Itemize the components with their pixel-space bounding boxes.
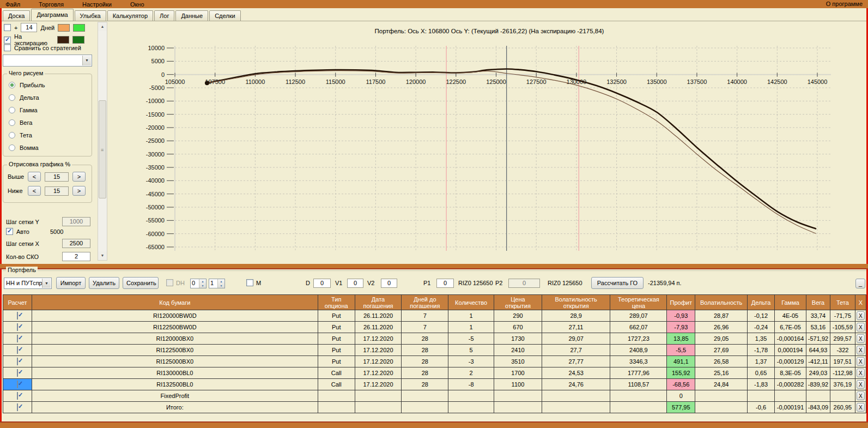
cell-theo[interactable]: 3346,3	[610, 356, 667, 367]
cell-expiry[interactable]: 17.12.2020	[355, 333, 402, 345]
cell-type[interactable]	[318, 402, 355, 413]
cell-qty[interactable]	[448, 390, 494, 402]
cell-type[interactable]: Call	[318, 379, 355, 390]
d-input[interactable]: 0	[313, 279, 331, 288]
cell-vega[interactable]: -839,92	[806, 379, 830, 390]
v1-input[interactable]: 0	[347, 279, 363, 288]
cell-vol[interactable]: 24,84	[695, 379, 748, 390]
days-checkbox[interactable]	[4, 24, 11, 31]
cell-open_vol[interactable]	[542, 402, 610, 413]
cell-open_vol[interactable]: 24,53	[542, 367, 610, 379]
column-header[interactable]: Дата погашения	[355, 295, 402, 310]
cell-vega[interactable]: -571,92	[806, 333, 830, 345]
radio-option-дельта[interactable]: Дельта	[9, 94, 39, 101]
cell-expiry[interactable]: 26.11.2020	[355, 310, 402, 322]
cell-days[interactable]: 28	[402, 379, 448, 390]
cell-code[interactable]: RI132500BL0	[32, 379, 318, 390]
cell-open_vol[interactable]	[542, 390, 610, 402]
radio-icon[interactable]	[9, 107, 15, 113]
tab-доска[interactable]: Доска	[3, 10, 30, 21]
column-header[interactable]: Теоретическая цена	[610, 295, 667, 310]
cell-delta[interactable]: -1,78	[748, 345, 775, 356]
cell-vega[interactable]: 644,93	[806, 345, 830, 356]
cell-calc[interactable]	[3, 333, 32, 345]
cell-expiry[interactable]: 17.12.2020	[355, 379, 402, 390]
minimize-panel-button[interactable]: _	[855, 279, 865, 288]
cell-gamma[interactable]: -0,000191	[775, 402, 806, 413]
cell-days[interactable]: 7	[402, 310, 448, 322]
cell-vol[interactable]: 26,58	[695, 356, 748, 367]
cell-expiry[interactable]	[355, 402, 402, 413]
remove-row-button[interactable]: X	[857, 311, 865, 320]
cell-delta[interactable]: 0,65	[748, 367, 775, 379]
column-header[interactable]: Тип опциона	[318, 295, 355, 310]
cell-open_vol[interactable]: 28,9	[542, 310, 610, 322]
cell-open_price[interactable]	[494, 402, 542, 413]
cell-code[interactable]: FixedProfit	[32, 390, 318, 402]
tab-diagram[interactable]: Диаграмма	[31, 9, 73, 21]
cell-code[interactable]: RI122500BX0	[32, 345, 318, 356]
cell-gamma[interactable]: -0,000282	[775, 379, 806, 390]
cell-profit[interactable]: 577,95	[667, 402, 695, 413]
cell-calc[interactable]	[3, 379, 32, 390]
cell-theta[interactable]: 260,95	[830, 402, 855, 413]
cell-code[interactable]: RI120000BX0	[32, 333, 318, 345]
cell-open_vol[interactable]: 29,07	[542, 333, 610, 345]
menu-window[interactable]: Окно	[130, 1, 144, 8]
column-header[interactable]: Дней до погашения	[402, 295, 448, 310]
cell-days[interactable]: 28	[402, 367, 448, 379]
cell-vega[interactable]: 249,03	[806, 367, 830, 379]
cell-gamma[interactable]: -0,000164	[775, 333, 806, 345]
cell-code[interactable]: RI125000BX0	[32, 356, 318, 367]
row-calc-checkbox[interactable]	[17, 346, 18, 354]
cell-vol[interactable]: 27,69	[695, 345, 748, 356]
below-decrease-button[interactable]: <	[28, 186, 41, 196]
row-calc-checkbox[interactable]	[17, 323, 18, 331]
cell-profit[interactable]: 13,85	[667, 333, 695, 345]
cell-expiry[interactable]	[355, 390, 402, 402]
cell-open_price[interactable]: 290	[494, 310, 542, 322]
menu-settings[interactable]: Настройки	[82, 1, 112, 8]
cell-open_price[interactable]: 2410	[494, 345, 542, 356]
cell-calc[interactable]	[3, 367, 32, 379]
cko-count-input[interactable]: 2	[62, 252, 90, 261]
below-increase-button[interactable]: >	[72, 186, 86, 196]
cell-gamma[interactable]: 0,000194	[775, 345, 806, 356]
menu-about[interactable]: О программе	[826, 1, 863, 7]
remove-row-button[interactable]: X	[857, 380, 865, 389]
column-header[interactable]: Профит	[667, 295, 695, 310]
v2-input[interactable]: 0	[381, 279, 397, 288]
calculate-go-button[interactable]: Рассчитать ГО	[591, 277, 644, 289]
tab-улыбка[interactable]: Улыбка	[75, 10, 106, 21]
cell-theta[interactable]: -322	[830, 345, 855, 356]
portfolio-preset-select[interactable]: НН и ПУТспр ▼	[4, 278, 52, 289]
column-header[interactable]: Расчет	[3, 295, 32, 310]
cell-open_vol[interactable]: 27,7	[542, 345, 610, 356]
chevron-down-icon[interactable]: ▼	[82, 56, 91, 65]
grid-step-y-input[interactable]: 1000	[62, 217, 90, 226]
cell-open_vol[interactable]: 27,77	[542, 356, 610, 367]
days-input[interactable]: 14	[21, 23, 37, 32]
row-calc-checkbox[interactable]	[17, 392, 18, 400]
cell-days[interactable]	[402, 390, 448, 402]
row-calc-checkbox[interactable]	[17, 312, 18, 320]
cell-expiry[interactable]: 17.12.2020	[355, 356, 402, 367]
cell-expiry[interactable]: 17.12.2020	[355, 345, 402, 356]
column-header[interactable]: Вега	[806, 295, 830, 310]
column-header[interactable]: Тета	[830, 295, 855, 310]
profit-chart[interactable]: 1000050000-5000-10000-15000-20000-25000-…	[111, 20, 868, 263]
cell-delta[interactable]: -0,12	[748, 310, 775, 322]
cell-qty[interactable]: -5	[448, 333, 494, 345]
row-calc-checkbox[interactable]	[17, 403, 18, 411]
cell-vega[interactable]: 53,16	[806, 322, 830, 333]
cell-profit[interactable]: 491,1	[667, 356, 695, 367]
cell-vega[interactable]: -412,11	[806, 356, 830, 367]
cell-open_price[interactable]: 1730	[494, 333, 542, 345]
above-value[interactable]: 15	[45, 172, 69, 182]
radio-option-вега[interactable]: Вега	[9, 119, 32, 126]
cell-vega[interactable]	[806, 390, 830, 402]
cell-theo[interactable]	[610, 390, 667, 402]
radio-icon[interactable]	[9, 132, 15, 138]
radio-icon[interactable]	[9, 94, 15, 101]
cell-delta[interactable]: -0,6	[748, 402, 775, 413]
